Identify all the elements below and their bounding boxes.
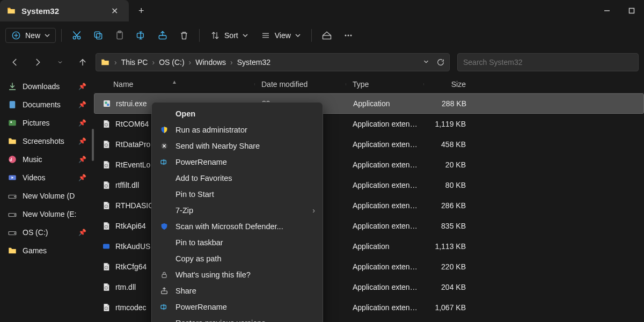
context-menu-item[interactable]: Run as administrator bbox=[152, 122, 323, 138]
chevron-down-icon bbox=[295, 33, 301, 38]
context-menu-item[interactable]: Open bbox=[152, 106, 323, 122]
new-label: New bbox=[25, 31, 40, 40]
svg-point-40 bbox=[106, 186, 107, 187]
delete-button[interactable] bbox=[174, 27, 194, 44]
minimize-button[interactable] bbox=[595, 0, 619, 21]
svg-rect-45 bbox=[103, 244, 109, 249]
sidebar-item[interactable]: New Volume (D bbox=[0, 187, 94, 205]
column-name[interactable]: ▲Name bbox=[94, 80, 255, 89]
share-button[interactable] bbox=[153, 27, 172, 44]
file-type: Application extensi... bbox=[346, 283, 424, 291]
file-icon bbox=[101, 140, 111, 149]
context-menu-item[interactable]: Pin to Start bbox=[152, 186, 323, 202]
breadcrumb-item[interactable]: System32 bbox=[237, 58, 270, 67]
column-header: ▲Name Date modified Type Size bbox=[94, 75, 644, 93]
toolbar: New Sort View bbox=[0, 21, 644, 49]
file-type: Application bbox=[347, 99, 425, 108]
chevron-down-icon[interactable] bbox=[422, 58, 430, 67]
file-type: Application extensi... bbox=[346, 303, 424, 312]
context-menu-item[interactable]: Add to Favorites bbox=[152, 170, 323, 186]
sidebar-item-label: Downloads bbox=[23, 82, 60, 91]
file-icon bbox=[102, 99, 112, 108]
forward-button[interactable] bbox=[28, 53, 47, 72]
sidebar-item[interactable]: Documents📌 bbox=[0, 96, 94, 114]
more-button[interactable] bbox=[339, 27, 358, 44]
blank-icon bbox=[159, 238, 169, 247]
paste-button[interactable] bbox=[110, 27, 129, 44]
breadcrumb-item[interactable]: This PC bbox=[121, 58, 148, 67]
file-name: RtDataPro bbox=[115, 140, 150, 149]
sidebar-item[interactable]: Pictures📌 bbox=[0, 114, 94, 132]
new-tab-button[interactable]: + bbox=[129, 5, 154, 17]
search-box[interactable] bbox=[457, 53, 639, 71]
back-button[interactable] bbox=[5, 53, 25, 72]
sidebar-item[interactable]: Videos📌 bbox=[0, 169, 94, 187]
svg-point-21 bbox=[10, 121, 12, 123]
context-menu-item[interactable]: What's using this file? bbox=[152, 267, 323, 283]
extract-button[interactable] bbox=[317, 27, 336, 44]
svg-point-27 bbox=[14, 215, 16, 216]
file-size: 80 KB bbox=[424, 181, 472, 189]
close-icon[interactable]: ✕ bbox=[108, 5, 121, 17]
column-date[interactable]: Date modified bbox=[255, 80, 346, 89]
view-button[interactable]: View bbox=[255, 27, 306, 43]
svg-rect-11 bbox=[137, 33, 144, 38]
svg-point-31 bbox=[105, 101, 107, 104]
share-icon bbox=[159, 286, 169, 296]
file-name: rtmcodec bbox=[115, 303, 147, 312]
file-name: RtEventLo bbox=[115, 160, 150, 169]
tab-active[interactable]: System32 ✕ bbox=[0, 0, 129, 21]
sort-button[interactable]: Sort bbox=[205, 27, 253, 43]
context-menu-item[interactable]: Scan with Microsoft Defender... bbox=[152, 218, 323, 235]
new-button[interactable]: New bbox=[5, 28, 56, 43]
sidebar-item[interactable]: Downloads📌 bbox=[0, 77, 94, 96]
context-menu-item[interactable]: Send with Nearby Share bbox=[152, 138, 323, 154]
svg-rect-20 bbox=[9, 120, 16, 126]
file-size: 1,067 KB bbox=[424, 303, 472, 312]
context-menu-item[interactable]: PowerRename bbox=[152, 154, 323, 170]
context-menu-item[interactable]: Copy as path bbox=[152, 251, 323, 267]
menu-item-label: Restore previous versions bbox=[175, 319, 266, 322]
up-button[interactable] bbox=[73, 53, 92, 72]
breadcrumb-item[interactable]: Windows bbox=[195, 58, 226, 67]
recent-button[interactable] bbox=[50, 53, 70, 72]
file-name: RtCOM64 bbox=[115, 120, 149, 128]
blank-icon bbox=[159, 318, 169, 322]
cut-button[interactable] bbox=[67, 27, 86, 44]
sidebar-item[interactable]: Games bbox=[0, 241, 94, 260]
lock-icon bbox=[159, 270, 169, 280]
maximize-button[interactable] bbox=[619, 0, 644, 21]
window-controls bbox=[595, 0, 644, 21]
chevron-right-icon: › bbox=[312, 206, 315, 215]
file-size: 204 KB bbox=[424, 283, 472, 291]
column-size[interactable]: Size bbox=[424, 80, 472, 89]
context-menu-item[interactable]: Share bbox=[152, 283, 323, 299]
refresh-button[interactable] bbox=[436, 58, 445, 67]
address-bar[interactable]: › This PC › OS (C:) › Windows › System32 bbox=[96, 53, 450, 71]
folder-icon bbox=[8, 136, 17, 146]
svg-point-18 bbox=[350, 35, 352, 36]
sidebar-item[interactable]: OS (C:)📌 bbox=[0, 223, 94, 241]
context-menu-item[interactable]: Restore previous versions bbox=[152, 315, 323, 322]
svg-rect-7 bbox=[97, 34, 102, 39]
context-menu-item[interactable]: Pin to taskbar bbox=[152, 235, 323, 251]
file-name: rstrui.exe bbox=[116, 99, 147, 108]
context-menu-item[interactable]: PowerRename bbox=[152, 299, 323, 315]
file-icon bbox=[101, 201, 111, 210]
file-icon bbox=[101, 119, 111, 129]
rename-button[interactable] bbox=[131, 27, 151, 44]
search-input[interactable] bbox=[463, 58, 633, 67]
svg-point-25 bbox=[14, 196, 16, 197]
sidebar-item[interactable]: Screenshots📌 bbox=[0, 132, 94, 150]
sidebar-item-label: Screenshots bbox=[23, 137, 64, 145]
address-row: › This PC › OS (C:) › Windows › System32 bbox=[0, 49, 644, 75]
file-icon bbox=[101, 160, 111, 170]
context-menu-item[interactable]: 7-Zip› bbox=[152, 202, 323, 218]
download-icon bbox=[8, 82, 17, 91]
menu-item-label: Pin to taskbar bbox=[175, 238, 223, 247]
breadcrumb-item[interactable]: OS (C:) bbox=[159, 58, 184, 67]
column-type[interactable]: Type bbox=[346, 80, 424, 89]
sidebar-item[interactable]: New Volume (E: bbox=[0, 205, 94, 223]
sidebar-item[interactable]: Music📌 bbox=[0, 150, 94, 169]
copy-button[interactable] bbox=[89, 27, 108, 44]
